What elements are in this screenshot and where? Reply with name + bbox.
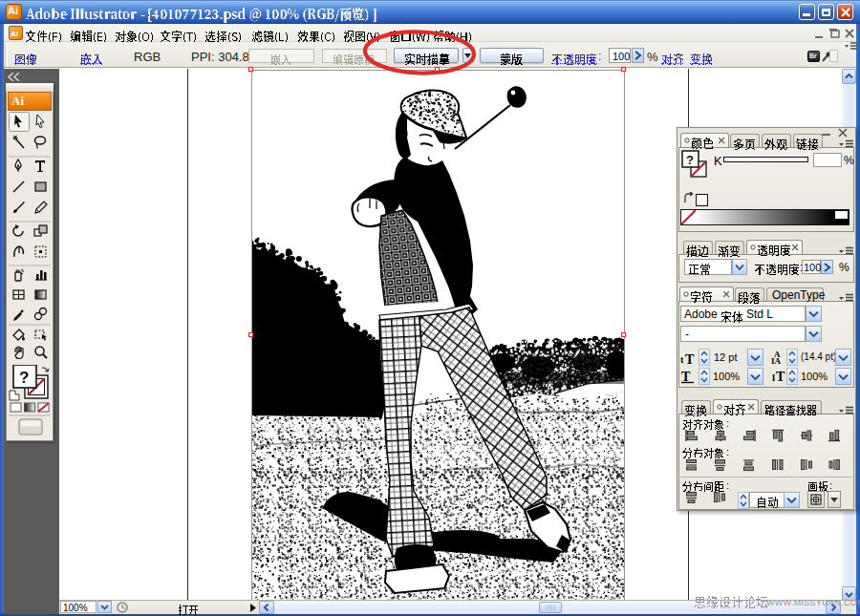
svg-text:T: T [685, 352, 695, 365]
svg-text:?: ? [19, 369, 29, 387]
svg-text:l: l [772, 372, 775, 383]
svg-text:?: ? [686, 153, 694, 167]
svg-text:t: t [680, 354, 684, 365]
svg-text:T: T [681, 370, 691, 384]
svg-text:T: T [776, 370, 785, 384]
svg-text:IA: IA [771, 356, 782, 365]
